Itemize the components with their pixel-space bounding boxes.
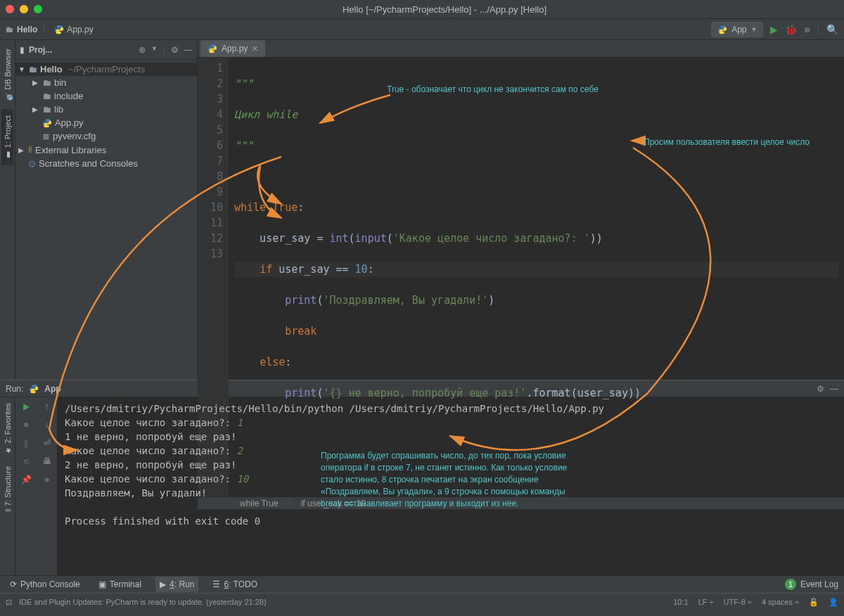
editor-tab-app[interactable]: App.py ✕ <box>200 40 265 57</box>
scratches[interactable]: ⊙Scratches and Consoles <box>15 157 197 170</box>
left-tool-strip: 🔍 DB Browser ▮ 1: Project <box>0 40 15 380</box>
python-icon <box>29 384 39 394</box>
pause-icon[interactable]: ‖ <box>24 438 28 448</box>
file-encoding[interactable]: UTF-8 ÷ <box>724 598 752 606</box>
exit-icon[interactable]: ⎋ <box>24 456 29 466</box>
project-tool-window: ▮ Proj... ⊕ ▼ | ⚙ — ▼🖿 Hello ~/PycharmPr… <box>15 40 198 380</box>
more-icon[interactable]: » <box>44 475 49 485</box>
todo-tab[interactable]: ☰6: TODO <box>208 577 262 592</box>
run-toolbar-2: ↑ ↓ ⏎ 🖶 » <box>37 397 58 575</box>
maximize-icon[interactable] <box>34 5 42 13</box>
wrap-icon[interactable]: ⏎ <box>44 438 51 448</box>
breadcrumb-sep: 〉 <box>41 23 50 35</box>
line-ending[interactable]: LF ÷ <box>698 598 714 606</box>
file-app-py[interactable]: App.py <box>15 116 197 129</box>
python-file-icon <box>207 44 217 53</box>
print-icon[interactable]: 🖶 <box>43 456 51 466</box>
python-icon <box>717 25 727 34</box>
navigation-bar: 🖿 Hello 〉 App.py App ▼ ▶ 🐞 ■ | 🔍 <box>0 19 844 40</box>
file-pyvenv[interactable]: ≣pyvenv.cfg <box>15 129 197 143</box>
external-libraries[interactable]: ▶⫴External Libraries <box>15 143 197 157</box>
annotation-3: Программа будет спрашивать число, до тех… <box>321 450 581 510</box>
indent-config[interactable]: 4 spaces ÷ <box>762 598 799 606</box>
annotation-2: Просим пользователя ввести целое число <box>644 137 840 147</box>
structure-tab[interactable]: ⫴ 7: Structure <box>2 461 13 518</box>
scroll-down-icon[interactable]: ↓ <box>45 420 49 430</box>
python-file-icon <box>54 25 64 34</box>
chevron-down-icon[interactable]: ▼ <box>151 45 158 55</box>
hector-icon[interactable]: 👤 <box>829 598 838 607</box>
close-tab-icon[interactable]: ✕ <box>252 44 258 53</box>
close-icon[interactable] <box>6 5 14 13</box>
panel-title[interactable]: Proj... <box>29 45 134 55</box>
left-tool-strip-2: ★ 2: Favorites ⫴ 7: Structure <box>0 397 15 575</box>
minimize-icon[interactable] <box>20 5 28 13</box>
stop-button[interactable]: ■ <box>804 24 810 35</box>
breadcrumb-file[interactable]: App.py <box>67 25 93 34</box>
db-browser-tab[interactable]: 🔍 DB Browser <box>1 43 13 107</box>
project-tree[interactable]: ▼🖿 Hello ~/PycharmProjects ▶🖿bin 🖿includ… <box>15 60 197 173</box>
breadcrumb[interactable]: 🖿 Hello 〉 App.py <box>6 23 94 35</box>
editor-tabs: App.py ✕ <box>198 40 844 58</box>
hide-icon[interactable]: — <box>184 45 193 55</box>
debug-button[interactable]: 🐞 <box>785 24 797 35</box>
search-icon[interactable]: 🔍 <box>826 24 838 35</box>
favorites-tab[interactable]: ★ 2: Favorites <box>1 397 13 461</box>
status-bar: ⊡ IDE and Plugin Updates: PyCharm is rea… <box>0 593 844 610</box>
event-badge[interactable]: 1 <box>785 579 796 590</box>
title-bar: Hello [~/PycharmProjects/Hello] - .../Ap… <box>0 0 844 19</box>
rerun-icon[interactable]: ▶ <box>23 402 30 411</box>
tool-windows-icon[interactable]: ⊡ <box>6 598 12 607</box>
folder-lib[interactable]: ▶🖿lib <box>15 103 197 116</box>
breadcrumb-project[interactable]: Hello <box>17 25 37 34</box>
pin-icon[interactable]: 📌 <box>21 475 32 485</box>
run-toolbar-1: ▶ ■ ‖ ⎋ 📌 <box>15 397 37 575</box>
project-tab[interactable]: ▮ 1: Project <box>1 110 13 165</box>
run-configuration-selector[interactable]: App ▼ <box>711 22 763 37</box>
run-app-name[interactable]: App <box>44 384 60 394</box>
run-button[interactable]: ▶ <box>770 24 778 35</box>
project-root[interactable]: ▼🖿 Hello ~/PycharmProjects <box>15 63 197 76</box>
gear-icon[interactable]: ⚙ <box>171 45 179 55</box>
run-title: Run: <box>6 384 23 394</box>
folder-include[interactable]: 🖿include <box>15 89 197 103</box>
window-controls <box>6 5 42 13</box>
scroll-up-icon[interactable]: ↑ <box>45 402 49 411</box>
folder-icon: 🖿 <box>6 25 14 34</box>
locate-icon[interactable]: ⊕ <box>139 45 146 55</box>
annotation-1: True - обозначает что цикл не закончится… <box>387 84 640 94</box>
svg-point-0 <box>58 25 58 26</box>
run-config-label: App <box>731 25 746 34</box>
terminal-tab[interactable]: ▣Terminal <box>94 577 146 592</box>
python-console-tab[interactable]: ⟳Python Console <box>6 577 84 592</box>
chevron-down-icon: ▼ <box>750 26 757 33</box>
lock-icon[interactable]: 🔓 <box>809 598 819 607</box>
editor-tab-label: App.py <box>222 44 248 53</box>
stop-icon[interactable]: ■ <box>23 420 28 430</box>
window-title: Hello [~/PycharmProjects/Hello] - .../Ap… <box>51 4 838 15</box>
bottom-tool-tabs: ⟳Python Console ▣Terminal ▶4: Run ☰6: TO… <box>0 575 844 593</box>
folder-bin[interactable]: ▶🖿bin <box>15 76 197 89</box>
project-view-icon: ▮ <box>20 45 25 55</box>
console-command: /Users/dmitriy/PycharmProjects/Hello/bin… <box>65 402 837 416</box>
run-tab[interactable]: ▶4: Run <box>155 577 198 592</box>
event-log-tab[interactable]: Event Log <box>800 579 838 589</box>
status-message[interactable]: IDE and Plugin Updates: PyCharm is ready… <box>19 598 267 606</box>
svg-point-1 <box>60 32 60 32</box>
cursor-position[interactable]: 10:1 <box>673 598 688 606</box>
